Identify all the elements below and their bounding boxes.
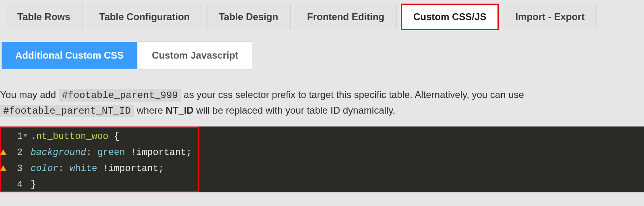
css-colon: :	[58, 163, 70, 174]
subtab-custom-javascript[interactable]: Custom Javascript	[138, 41, 252, 69]
line-number: 3	[15, 161, 23, 177]
help-text: You may add #footable_parent_999 as your…	[0, 69, 644, 126]
help-lead: You may add	[0, 89, 59, 100]
gutter-line-1: 1	[1, 128, 23, 145]
css-prop-background: background	[31, 147, 86, 158]
css-prop-color: color	[31, 163, 58, 174]
gutter-line-3: 3	[1, 161, 23, 177]
top-tab-bar: Table Rows Table Configuration Table Des…	[0, 0, 644, 30]
line-number: 1	[15, 128, 23, 145]
css-code-editor-highlighted[interactable]: 1 2 3 4 .nt_button_woo { background: gre…	[0, 126, 199, 192]
warning-icon	[0, 165, 6, 171]
help-mid1: as your css selector prefix to target th…	[184, 89, 524, 100]
css-colon: :	[86, 147, 97, 158]
gutter-line-2: 2	[1, 145, 23, 161]
css-val-green: green	[97, 147, 125, 158]
css-code-editor[interactable]: 1 2 3 4 .nt_button_woo { background: gre…	[0, 126, 644, 192]
tab-table-configuration[interactable]: Table Configuration	[87, 4, 202, 30]
selector-code-specific: #footable_parent_999	[59, 89, 181, 102]
gutter-line-4: 4	[1, 177, 23, 193]
tab-table-rows[interactable]: Table Rows	[5, 4, 83, 30]
sub-tab-bar: Additional Custom CSS Custom Javascript	[0, 41, 644, 69]
css-brace-close: }	[31, 179, 36, 190]
css-important: !important;	[125, 147, 192, 158]
editor-empty-area[interactable]	[199, 126, 644, 192]
help-mid2: where	[137, 105, 166, 116]
tab-import-export[interactable]: Import - Export	[503, 4, 597, 30]
tab-table-design[interactable]: Table Design	[206, 4, 291, 30]
editor-gutter: 1 2 3 4	[1, 128, 26, 191]
tab-frontend-editing[interactable]: Frontend Editing	[295, 4, 397, 30]
tab-custom-css-js[interactable]: Custom CSS/JS	[401, 4, 499, 30]
line-number: 2	[15, 145, 23, 161]
css-selector: .nt_button_woo	[31, 131, 108, 142]
nt-id-bold: NT_ID	[166, 105, 194, 116]
line-number: 4	[15, 177, 23, 193]
fold-icon[interactable]	[23, 134, 27, 137]
css-val-white: white	[70, 163, 97, 174]
css-important: !important;	[97, 163, 164, 174]
warning-icon	[0, 149, 6, 155]
selector-code-dynamic: #footable_parent_NT_ID	[0, 105, 134, 117]
help-tail: will be replaced with your table ID dyna…	[196, 105, 395, 116]
css-brace-open: {	[108, 131, 120, 142]
editor-code-area[interactable]: .nt_button_woo { background: green !impo…	[26, 128, 198, 191]
subtab-additional-custom-css[interactable]: Additional Custom CSS	[1, 41, 138, 69]
